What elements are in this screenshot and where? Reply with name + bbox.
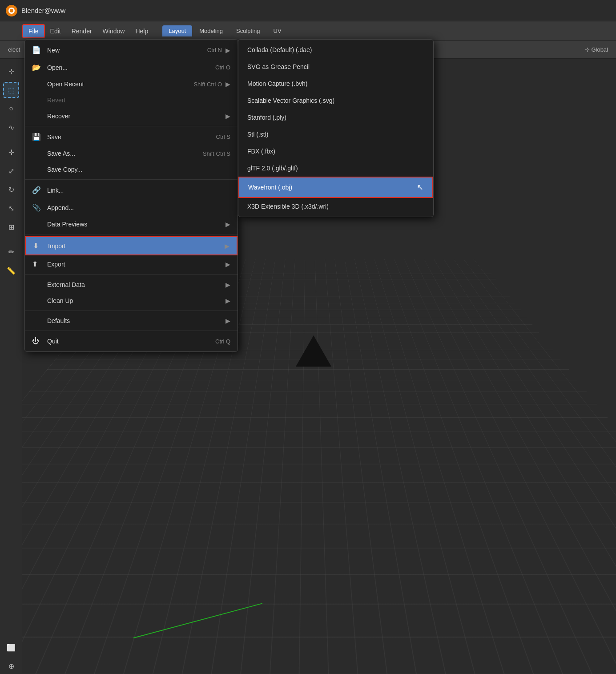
clean-up-arrow-icon: ▶ (225, 297, 230, 304)
import-stl[interactable]: Stl (.stl) (238, 126, 433, 143)
menu-item-save-as[interactable]: Save As... Shift Ctrl S (25, 145, 238, 161)
export-arrow-icon: ▶ (225, 261, 230, 268)
menu-item-save[interactable]: 💾 Save Ctrl S (25, 128, 238, 145)
menu-item-external-data[interactable]: External Data ▶ (25, 277, 238, 293)
save-icon: 💾 (32, 133, 43, 141)
menu-help[interactable]: Help (130, 25, 153, 37)
import-stanford[interactable]: Stanford (.ply) (238, 109, 433, 126)
append-icon: 📎 (32, 203, 43, 212)
sidebar-icon-rotate[interactable]: ↻ (3, 182, 19, 198)
defaults-arrow-icon: ▶ (225, 317, 230, 324)
new-file-icon: 📄 (32, 46, 43, 54)
menu-item-quit[interactable]: ⏻ Quit Ctrl Q (25, 333, 238, 350)
menu-item-recover[interactable]: Recover ▶ (25, 108, 238, 124)
open-icon: 📂 (32, 63, 43, 72)
sidebar-icon-cursor[interactable]: ✛ (3, 144, 19, 160)
external-data-arrow-icon: ▶ (225, 281, 230, 288)
cursor-pointer-icon: ↖ (417, 182, 423, 192)
tab-modeling[interactable]: Modeling (193, 25, 229, 36)
import-arrow-icon: ▶ (225, 242, 229, 250)
menu-item-data-previews[interactable]: Data Previews ▶ (25, 216, 238, 232)
tab-sculpting[interactable]: Sculpting (230, 25, 266, 36)
menu-item-save-copy[interactable]: Save Copy... (25, 161, 238, 178)
menu-edit[interactable]: Edit (45, 25, 66, 37)
import-wavefront[interactable]: Wavefront (.obj) ↖ (238, 177, 433, 198)
svg-point-2 (10, 9, 13, 12)
divider-4 (25, 274, 238, 275)
sidebar-icon-lasso[interactable]: ∿ (3, 119, 19, 135)
quit-icon: ⏻ (32, 337, 43, 345)
import-submenu: Collada (Default) (.dae) SVG as Grease P… (238, 39, 434, 217)
menu-item-import[interactable]: ⬇ Import ▶ (25, 236, 238, 255)
open-recent-arrow-icon: ▶ (225, 81, 230, 88)
left-sidebar: ⊹ ⬚ ○ ∿ ✛ ⤢ ↻ ⤡ ⊞ ✏ 📏 ⬜ ⊕ (0, 59, 22, 674)
divider-6 (25, 331, 238, 331)
export-icon: ⬆ (32, 260, 43, 268)
toolbar-global[interactable]: ⊹ Global (581, 44, 612, 55)
recover-arrow-icon: ▶ (225, 113, 230, 120)
menu-item-revert[interactable]: Revert (25, 92, 238, 108)
sidebar-icon-add-cube[interactable]: ⬜ (3, 639, 19, 655)
divider-1 (25, 126, 238, 126)
menu-item-open-recent[interactable]: Open Recent Shift Ctrl O ▶ (25, 76, 238, 92)
sidebar-icon-move2[interactable]: ⤢ (3, 163, 19, 179)
menu-render[interactable]: Render (66, 25, 97, 37)
tab-layout[interactable]: Layout (162, 25, 192, 36)
sidebar-icon-scale[interactable]: ⤡ (3, 200, 19, 216)
import-icon: ⬇ (33, 242, 44, 250)
divider-5 (25, 311, 238, 311)
menubar: File Edit Render Window Help Layout Mode… (0, 21, 616, 41)
toolbar-select[interactable]: elect (4, 44, 24, 55)
sidebar-icon-circle-select[interactable]: ○ (3, 101, 19, 117)
sidebar-icon-annotate[interactable]: ✏ (3, 244, 19, 260)
import-svg[interactable]: Scalable Vector Graphics (.svg) (238, 92, 433, 109)
link-icon: 🔗 (32, 186, 43, 194)
mesh-object (296, 335, 331, 367)
import-motion-capture[interactable]: Motion Capture (.bvh) (238, 75, 433, 92)
import-svg-grease[interactable]: SVG as Grease Pencil (238, 58, 433, 75)
import-collada[interactable]: Collada (Default) (.dae) (238, 41, 433, 58)
import-x3d[interactable]: X3D Extensible 3D (.x3d/.wrl) (238, 198, 433, 215)
blender-logo-icon (5, 4, 18, 17)
sidebar-icon-measure[interactable]: 📏 (3, 262, 19, 278)
menu-item-defaults[interactable]: Defaults ▶ (25, 313, 238, 329)
workspace-tabs: Layout Modeling Sculpting UV (162, 25, 287, 36)
menu-item-clean-up[interactable]: Clean Up ▶ (25, 293, 238, 309)
sidebar-icon-add-obj[interactable]: ⊕ (3, 658, 19, 674)
file-menu: 📄 New Ctrl N ▶ 📂 Open... Ctrl O Open Rec… (24, 39, 238, 352)
import-fbx[interactable]: FBX (.fbx) (238, 143, 433, 160)
divider-2 (25, 179, 238, 180)
menu-item-open[interactable]: 📂 Open... Ctrl O (25, 59, 238, 76)
import-gltf[interactable]: glTF 2.0 (.glb/.gltf) (238, 160, 433, 177)
data-previews-arrow-icon: ▶ (225, 221, 230, 228)
divider-3 (25, 234, 238, 234)
new-arrow-icon: ▶ (225, 47, 230, 54)
menu-item-link[interactable]: 🔗 Link... (25, 182, 238, 199)
menu-file[interactable]: File (22, 24, 45, 38)
menu-item-new[interactable]: 📄 New Ctrl N ▶ (25, 41, 238, 59)
sidebar-icon-transform[interactable]: ⊞ (3, 219, 19, 235)
menu-item-export[interactable]: ⬆ Export ▶ (25, 255, 238, 273)
sidebar-icon-select-box[interactable]: ⬚ (3, 82, 19, 98)
app-title: Blender@www (21, 7, 65, 14)
menu-window[interactable]: Window (97, 25, 130, 37)
sidebar-icon-move[interactable]: ⊹ (3, 63, 19, 79)
menu-item-append[interactable]: 📎 Append... (25, 199, 238, 216)
tab-uv[interactable]: UV (267, 25, 288, 36)
title-bar: Blender@www (0, 0, 616, 21)
